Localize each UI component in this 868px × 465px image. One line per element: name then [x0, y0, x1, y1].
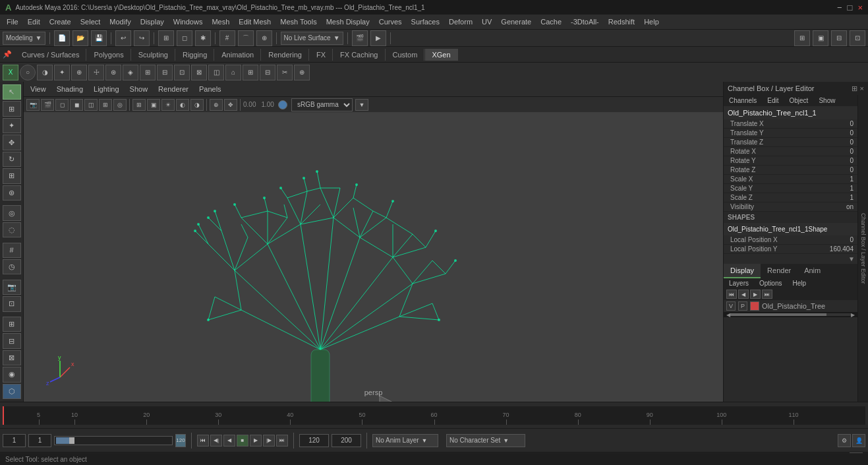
paint-sel-btn[interactable]: ✱: [195, 30, 211, 46]
le-tab-anim[interactable]: Anim: [797, 264, 827, 278]
menu-mesh-display[interactable]: Mesh Display: [322, 16, 374, 27]
menu-modify[interactable]: Modify: [105, 16, 134, 27]
extra-btn5[interactable]: ⬡: [3, 384, 21, 399]
snap-curve-btn[interactable]: ⌒: [238, 30, 254, 46]
tab-sculpting[interactable]: Sculpting: [132, 49, 175, 61]
redo-btn[interactable]: ↪: [134, 30, 150, 46]
vp-cam-btn[interactable]: 📷: [26, 99, 40, 111]
bc-icon2[interactable]: 👤: [852, 434, 865, 447]
vp-transform-btn[interactable]: ✥: [224, 99, 237, 111]
shelf-icon7[interactable]: ◈: [123, 65, 138, 80]
play-prev-key-btn[interactable]: ◀|: [210, 435, 222, 447]
vp-menu-show[interactable]: Show: [126, 84, 152, 94]
select-tool-btn[interactable]: ↖: [3, 84, 21, 100]
cb-scale-z-value[interactable]: 1: [850, 194, 854, 201]
lasso-btn[interactable]: ◻: [177, 30, 192, 46]
snap-curve-btn2[interactable]: ◷: [3, 259, 21, 274]
cb-translate-y-value[interactable]: 0: [850, 129, 854, 137]
menu-cache[interactable]: Cache: [536, 16, 565, 27]
shelf-icon2[interactable]: ◑: [37, 65, 53, 80]
close-btn[interactable]: ×: [857, 3, 863, 13]
tab-xgen[interactable]: XGen: [425, 49, 457, 61]
menu-help[interactable]: Help: [640, 16, 663, 27]
tab-rigging[interactable]: Rigging: [176, 49, 214, 61]
cb-rotate-y-value[interactable]: 0: [850, 157, 854, 164]
play-last-btn[interactable]: ⏭: [276, 435, 288, 447]
shelf-icon5[interactable]: ☩: [88, 65, 104, 80]
timeline-track[interactable]: 5 10 20 30 40 50 60 70 80 90 100 110: [3, 406, 865, 425]
shelf-icon6[interactable]: ⊛: [105, 65, 121, 80]
vp-menu-lighting[interactable]: Lighting: [90, 84, 123, 94]
tab-animation[interactable]: Animation: [215, 49, 261, 61]
cb-object-menu[interactable]: Object: [787, 96, 811, 105]
maximize-btn[interactable]: □: [848, 3, 853, 13]
extra-btn3[interactable]: ⊠: [3, 350, 21, 365]
vp-menu-panels[interactable]: Panels: [195, 84, 225, 94]
layer-nav-first[interactable]: ⏮: [726, 290, 737, 299]
viewport-canvas[interactable]: x y z persp: [24, 112, 723, 402]
cb-scroll-down[interactable]: ▼: [848, 255, 855, 263]
vp-film-btn[interactable]: 🎬: [41, 99, 54, 111]
le-tab-render[interactable]: Render: [761, 264, 797, 278]
menu-uv[interactable]: UV: [478, 16, 496, 27]
extra-btn2[interactable]: ⊟: [3, 333, 21, 348]
char-set-dropdown[interactable]: No Character Set ▼: [446, 434, 525, 447]
cb-edit-menu[interactable]: Edit: [765, 96, 781, 105]
cb-lpos-x-value[interactable]: 0: [850, 236, 854, 243]
panel-close-btn[interactable]: ×: [860, 84, 864, 93]
layer-nav-prev[interactable]: ◀: [738, 290, 749, 299]
shelf-icon3[interactable]: ✦: [54, 65, 70, 80]
menu-deform[interactable]: Deform: [445, 16, 477, 27]
new-file-btn[interactable]: 📄: [54, 30, 70, 46]
attribute-editor-tab[interactable]: Channel Box / Layer Editor: [857, 95, 868, 402]
vp-gamma-select[interactable]: sRGB gamma: [291, 98, 353, 111]
shelf-icon16[interactable]: ✂: [277, 65, 293, 80]
panel-layout2-btn[interactable]: ⊟: [831, 30, 847, 46]
shelf-icon9[interactable]: ⊟: [157, 65, 173, 80]
menu-create[interactable]: Create: [45, 16, 75, 27]
menu-3dtool[interactable]: -3DtoAll-: [567, 16, 603, 27]
show-manip-btn[interactable]: ◎: [3, 205, 21, 220]
shelf-icon15[interactable]: ⊟: [260, 65, 275, 80]
render-btn[interactable]: ▶: [370, 30, 386, 46]
tab-polygons[interactable]: Polygons: [87, 49, 130, 61]
tab-curves-surfaces[interactable]: Curves / Surfaces: [15, 49, 86, 61]
vp-gamma-arrow[interactable]: ▼: [355, 99, 368, 111]
menu-windows[interactable]: Windows: [169, 16, 207, 27]
menu-generate[interactable]: Generate: [497, 16, 535, 27]
menu-edit[interactable]: Edit: [24, 16, 44, 27]
vp-shaded-wire-btn[interactable]: ◫: [84, 99, 98, 111]
cb-translate-x-value[interactable]: 0: [850, 120, 854, 127]
grid-display-btn[interactable]: ⊞: [794, 30, 810, 46]
shelf-icon11[interactable]: ⊠: [191, 65, 207, 80]
shelf-icon13[interactable]: ⌂: [225, 65, 241, 80]
rotate-tool-btn[interactable]: ↻: [3, 152, 21, 167]
menu-surfaces[interactable]: Surfaces: [407, 16, 444, 27]
play-first-btn[interactable]: ⏮: [197, 435, 209, 447]
vp-menu-renderer[interactable]: Renderer: [154, 84, 192, 94]
cb-scale-x-value[interactable]: 1: [850, 175, 854, 183]
cb-rotate-z-value[interactable]: 0: [850, 166, 854, 173]
snap-grid-btn2[interactable]: #: [3, 243, 21, 258]
vp-hud-btn[interactable]: ▣: [147, 99, 160, 111]
layer-nav-next[interactable]: ▶: [750, 290, 761, 299]
shelf-icon12[interactable]: ◫: [208, 65, 224, 80]
frame-slider[interactable]: [54, 436, 173, 445]
panel-layout-btn[interactable]: ▣: [813, 30, 828, 46]
cb-rotate-x-value[interactable]: 0: [850, 148, 854, 155]
menu-mesh-tools[interactable]: Mesh Tools: [276, 16, 320, 27]
paint-tool-btn[interactable]: ✦: [3, 118, 21, 133]
menu-file[interactable]: File: [3, 16, 22, 27]
vp-select-btn[interactable]: ⊕: [210, 99, 223, 111]
save-file-btn[interactable]: 💾: [91, 30, 107, 46]
panel-layout3-btn[interactable]: ⊡: [850, 30, 865, 46]
le-layers-menu[interactable]: Layers: [726, 279, 751, 288]
open-file-btn[interactable]: 📂: [72, 30, 88, 46]
shelf-icon8[interactable]: ⊞: [140, 65, 156, 80]
cb-lpos-y-value[interactable]: 160.404: [830, 245, 854, 253]
select-btn[interactable]: ⊞: [158, 30, 174, 46]
tab-fx[interactable]: FX: [310, 49, 333, 61]
layer-scroll-track[interactable]: [730, 313, 851, 316]
shelf-icon14[interactable]: ⊞: [243, 65, 258, 80]
camera-btn[interactable]: 📷: [3, 280, 21, 295]
